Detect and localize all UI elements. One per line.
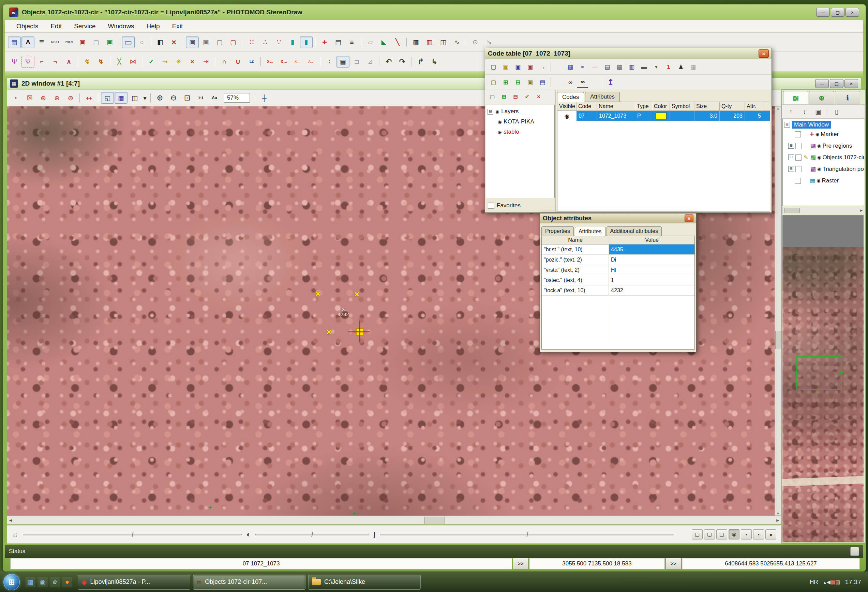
canvas-vertical-scrollbar[interactable]: ▲ ▼ xyxy=(775,106,781,515)
layer-tree-item[interactable]: ⊟ ✎ ▩ ◉ Objects 1072-cir-10 xyxy=(784,152,863,163)
layer-tree-item[interactable]: ▦ ◉ Raster xyxy=(784,175,863,186)
layer-new-icon[interactable]: ▢ xyxy=(487,92,498,102)
ellipse-tool-icon[interactable]: ○ xyxy=(135,37,148,48)
layer-checkbox[interactable] xyxy=(796,143,802,149)
copy-objects-icon[interactable]: ▢ xyxy=(90,37,103,48)
tab-info[interactable]: ℹ xyxy=(835,91,860,104)
code-remove-icon[interactable]: ⊟ xyxy=(512,77,524,88)
quick-launch-media-icon[interactable]: ◉ xyxy=(37,577,48,587)
visibility-eye-icon[interactable]: ◉ xyxy=(498,130,502,135)
zoom-region-icon[interactable]: ⊡ xyxy=(181,92,193,104)
start-button[interactable]: ⊞ xyxy=(3,574,20,590)
x10-icon[interactable]: X₁₀ xyxy=(264,56,276,68)
find-icon[interactable]: ∞ xyxy=(565,77,576,88)
object-attributes-tab[interactable]: Additional attributes xyxy=(607,226,662,236)
add-marker-icon[interactable]: + xyxy=(318,37,331,48)
zoom-out-icon[interactable]: ⊖ xyxy=(167,92,180,104)
code-grid-icon[interactable]: ▤ xyxy=(537,77,548,88)
tree-item-main-window[interactable]: ⊟ Main Window xyxy=(784,121,831,128)
taskbar-task-objects[interactable]: ∞ Objects 1072-cir-107... xyxy=(193,574,306,590)
pan-icon[interactable]: ┼ xyxy=(258,92,271,104)
corner-right-icon[interactable]: ¬ xyxy=(49,56,62,68)
layout-grid-icon[interactable]: ▦ xyxy=(115,92,127,104)
mini-layer-2-button[interactable]: ▪ xyxy=(753,529,764,539)
column-header[interactable]: Symbol xyxy=(670,102,694,111)
table-view-icon[interactable]: ▦ xyxy=(8,37,21,48)
view-extent-rectangle[interactable]: + + + + xyxy=(796,356,842,390)
filter-icon[interactable]: ▼ xyxy=(651,61,662,72)
lz-snap-icon[interactable]: LZ xyxy=(245,56,258,68)
tree-scroll-thumb[interactable] xyxy=(784,208,800,213)
window-stereo-icon[interactable]: ▥ xyxy=(423,37,436,48)
lightning-2-icon[interactable]: ↯ xyxy=(94,56,108,68)
map-window-icon[interactable]: ▣ xyxy=(103,37,116,48)
export-icon[interactable]: → xyxy=(537,61,548,72)
move-points-icon[interactable]: ++ xyxy=(83,92,96,104)
one-red-icon[interactable]: 1 xyxy=(663,61,675,72)
layer-check-icon[interactable]: ✔ xyxy=(522,92,533,102)
visibility-eye-icon[interactable]: ◉ xyxy=(495,109,499,114)
layer-add-icon[interactable]: ⊞ xyxy=(499,92,509,102)
attribute-row[interactable]: "tock.a" (text, 10) 4232 xyxy=(542,285,694,296)
viewer-maximize-button[interactable]: ▢ xyxy=(830,79,843,88)
gamma-slider[interactable] xyxy=(380,534,674,535)
maximize-button[interactable]: ▢ xyxy=(831,8,844,17)
code-copy-icon[interactable]: ▣ xyxy=(524,77,536,88)
star-point-icon[interactable]: ✳ xyxy=(172,56,185,68)
column-header[interactable]: Size xyxy=(694,102,720,111)
target-red2-icon[interactable]: ⊜ xyxy=(64,92,77,104)
code-table-titlebar[interactable]: Code table [07_1072_1073] × xyxy=(485,48,772,59)
stereo-right-icon[interactable]: ▮ xyxy=(300,37,313,48)
table-wide-icon[interactable]: ▥ xyxy=(626,61,638,72)
visibility-eye-icon[interactable]: ◉ xyxy=(815,131,819,137)
close-button[interactable]: × xyxy=(846,8,859,17)
row-minus-icon[interactable]: ▬ xyxy=(638,61,650,72)
canvas-horizontal-scrollbar[interactable]: ◀ ▶ xyxy=(7,515,781,524)
shape-open-icon[interactable]: ⊐ xyxy=(350,56,363,68)
slash20-icon[interactable]: ⁄₂₀ xyxy=(304,56,317,68)
language-indicator[interactable]: HR xyxy=(810,579,818,586)
scroll-left-icon[interactable]: ◀ xyxy=(9,518,12,522)
attribute-value[interactable]: 4435 xyxy=(609,245,694,254)
menu-item[interactable]: Exit xyxy=(167,21,189,31)
layout-corner-icon[interactable]: ◱ xyxy=(101,92,114,104)
scroll-up-icon[interactable]: ▲ xyxy=(776,107,780,110)
attribute-value[interactable]: 1 xyxy=(609,275,694,285)
contrast-slider[interactable] xyxy=(255,534,369,535)
name-column-header[interactable]: Name xyxy=(542,236,609,244)
snapshot-icon[interactable]: ⊙ xyxy=(469,37,482,48)
column-header[interactable]: Name xyxy=(597,102,635,111)
dashed-line-icon[interactable]: ≈ xyxy=(577,61,589,72)
lightning-1-icon[interactable]: ↯ xyxy=(81,56,94,68)
main-titlebar[interactable]: ∞ Objects 1072-cir-1073-cir - "1072-cir-… xyxy=(6,6,862,19)
attribute-value[interactable]: 4232 xyxy=(609,285,694,295)
tray-app1-icon[interactable]: ▩ xyxy=(831,579,835,585)
column-header[interactable]: Q-ty xyxy=(720,102,745,111)
code-table-tab[interactable]: Attributes xyxy=(585,92,620,102)
stereo-left-icon[interactable]: ▮ xyxy=(286,37,299,48)
zoom-level-display[interactable]: 57% xyxy=(224,93,250,103)
quick-launch-desktop-icon[interactable]: ▦ xyxy=(25,577,35,587)
visibility-eye-icon[interactable]: ◉ xyxy=(817,143,821,148)
layers-blue-icon[interactable]: ▤ xyxy=(601,61,613,72)
list-view-icon[interactable]: ≣ xyxy=(35,37,48,48)
column-header[interactable]: Code xyxy=(577,102,597,111)
layer-tree-item[interactable]: + ◉ Marker xyxy=(784,128,863,140)
scroll-right-icon[interactable]: ▶ xyxy=(860,209,862,212)
vertex-fork-icon[interactable]: Ψ xyxy=(8,56,21,68)
expander-icon[interactable] xyxy=(788,131,793,137)
polygon-yellow-icon[interactable]: ▱ xyxy=(364,37,377,48)
object-attributes-titlebar[interactable]: Object attributes × xyxy=(540,214,696,223)
font-zoom-icon[interactable]: Aa xyxy=(208,92,221,104)
cursor-dot-icon[interactable]: · xyxy=(10,92,22,104)
dots-pair-icon[interactable]: ∶ xyxy=(323,56,336,68)
merge-down-icon[interactable]: ∩ xyxy=(218,56,231,68)
code-layer-item[interactable]: ◉ KOTA-PIKA xyxy=(487,117,553,127)
status-expand-button[interactable]: >> xyxy=(513,558,528,570)
move-down-icon[interactable]: ↓ xyxy=(798,106,811,117)
close-icon[interactable]: × xyxy=(685,214,694,222)
verify-icon[interactable]: ✓ xyxy=(145,56,158,68)
person-icon[interactable]: ♟ xyxy=(675,61,686,72)
viewer-minimize-button[interactable]: — xyxy=(815,79,829,88)
menu-item[interactable]: Objects xyxy=(11,21,44,31)
